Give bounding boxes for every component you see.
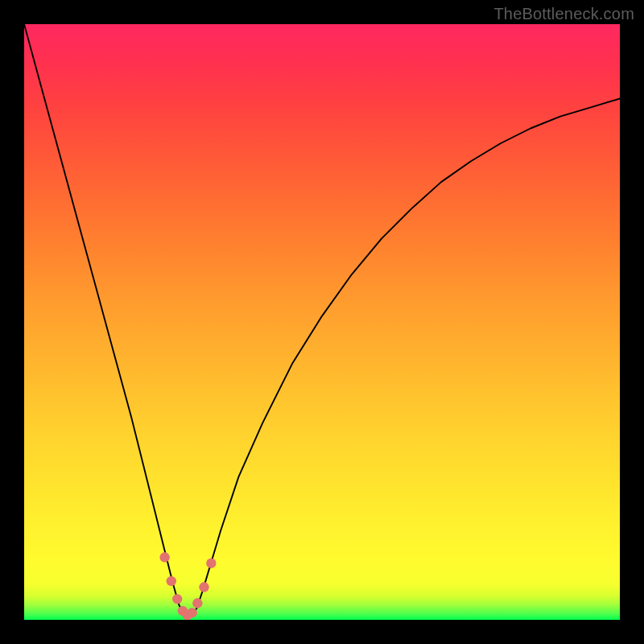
optimum-marker bbox=[199, 582, 208, 592]
optimum-marker bbox=[167, 576, 176, 586]
curve-layer bbox=[24, 24, 620, 620]
optimum-marker bbox=[187, 608, 196, 617]
plot-area bbox=[24, 24, 620, 620]
optimum-marker bbox=[159, 552, 169, 562]
optimum-marker bbox=[206, 559, 216, 568]
bottleneck-curve bbox=[24, 24, 620, 617]
optimum-marker bbox=[172, 594, 182, 604]
attribution-label: TheBottleneck.com bbox=[493, 5, 634, 23]
optimum-marker bbox=[192, 598, 202, 608]
chart-stage: TheBottleneck.com bbox=[0, 0, 644, 644]
